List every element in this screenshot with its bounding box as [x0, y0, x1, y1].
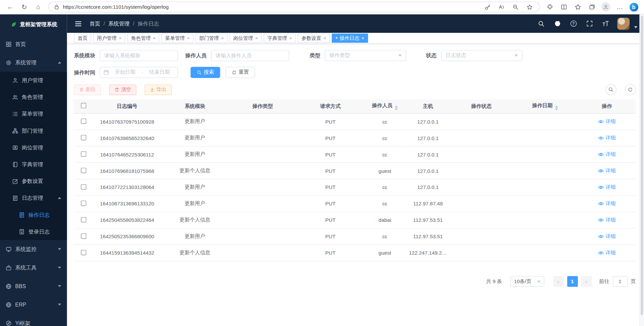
sidebar-item-user-management[interactable]: 用户管理 — [0, 72, 67, 88]
home-button[interactable]: ⌂ — [32, 1, 45, 13]
close-icon[interactable]: × — [255, 36, 258, 41]
copilot-button[interactable]: b — [628, 1, 640, 13]
row-checkbox[interactable] — [81, 200, 86, 206]
search-button[interactable]: 搜索 — [191, 67, 220, 78]
split-screen-button[interactable] — [558, 1, 570, 13]
clear-button[interactable]: 清空 — [109, 84, 137, 95]
row-checkbox[interactable] — [81, 168, 86, 173]
column-operator[interactable]: 操作人员 — [364, 99, 405, 113]
close-icon[interactable]: × — [361, 36, 364, 41]
close-icon[interactable]: × — [323, 36, 326, 41]
read-aloud-button[interactable] — [496, 1, 506, 13]
toggle-search-button[interactable] — [605, 84, 616, 95]
sidebar-item-log-management[interactable]: 日志管理 — [0, 190, 67, 206]
sidebar-item-menu-management[interactable]: 菜单管理 — [0, 106, 67, 122]
detail-link[interactable]: 详细 — [598, 168, 616, 175]
close-icon[interactable]: × — [221, 36, 224, 41]
password-button[interactable] — [483, 1, 492, 13]
detail-link[interactable]: 详细 — [598, 118, 616, 125]
profile-button[interactable] — [600, 1, 612, 13]
app-logo[interactable]: 意框架管理系统 — [0, 14, 67, 35]
sidebar-item-system-monitoring[interactable]: 系统监控 — [0, 240, 67, 258]
row-checkbox[interactable] — [81, 217, 86, 222]
prev-page-button[interactable]: ‹ — [553, 276, 564, 287]
favorites-button[interactable] — [572, 1, 584, 13]
refresh-button[interactable]: ↻ — [18, 1, 31, 13]
next-page-button[interactable]: › — [581, 276, 592, 287]
refresh-table-button[interactable] — [625, 84, 636, 95]
tab-operation-log[interactable]: ●操作日志× — [332, 34, 368, 43]
tab-user-management[interactable]: 用户管理× — [93, 34, 125, 43]
close-icon[interactable]: × — [119, 36, 122, 41]
page-scrollbar[interactable] — [640, 14, 644, 326]
tab-home[interactable]: 首页 — [74, 34, 91, 43]
page-size-select[interactable]: 10条/页 — [510, 276, 544, 287]
scrollbar-thumb[interactable] — [641, 16, 643, 315]
font-size-button[interactable] — [601, 19, 609, 27]
address-bar[interactable]: https://ccnetcore.com:1101/system/log/op… — [48, 2, 539, 12]
zoom-out-button[interactable] — [511, 1, 520, 13]
header-search-button[interactable] — [537, 19, 545, 27]
sidebar-item-bbs[interactable]: BBS — [0, 277, 67, 296]
page-number-button[interactable]: 1 — [567, 276, 578, 287]
tab-department-management[interactable]: 部门管理× — [196, 34, 228, 43]
breadcrumb-item-system[interactable]: 系统管理 — [108, 20, 130, 27]
type-select[interactable]: 操作类型 — [325, 50, 406, 61]
sidebar-item-parameter-settings[interactable]: 参数设置 — [0, 173, 67, 190]
tab-menu-management[interactable]: 菜单管理× — [161, 34, 194, 43]
row-checkbox[interactable] — [81, 118, 86, 124]
module-input[interactable] — [100, 50, 178, 61]
date-range-picker[interactable]: 开始日期 - 结束日期 — [100, 67, 178, 78]
sidebar-item-yi-framework[interactable]: Yi框架 — [0, 314, 67, 326]
detail-link[interactable]: 详细 — [598, 135, 616, 142]
sort-caret-icon[interactable] — [394, 106, 398, 111]
sidebar-item-system-tools[interactable]: 系统工具 — [0, 258, 67, 277]
back-button[interactable]: ← — [4, 1, 16, 13]
row-checkbox[interactable] — [81, 151, 86, 156]
row-checkbox[interactable] — [81, 250, 86, 255]
sidebar-item-post-management[interactable]: 岗位管理 — [0, 139, 67, 156]
close-icon[interactable]: × — [187, 36, 190, 41]
user-avatar[interactable] — [617, 17, 630, 30]
more-menu-button[interactable]: … — [613, 1, 626, 13]
row-checkbox[interactable] — [81, 184, 86, 189]
sidebar-item-department-management[interactable]: 部门管理 — [0, 122, 67, 139]
tab-post-management[interactable]: 岗位管理× — [230, 34, 262, 43]
sidebar-item-role-management[interactable]: 角色管理 — [0, 88, 67, 105]
fullscreen-button[interactable] — [585, 19, 593, 27]
collections-button[interactable] — [586, 1, 598, 13]
goto-page-input[interactable] — [612, 276, 627, 287]
sidebar-item-dict-management[interactable]: 字典管理 — [0, 156, 67, 173]
column-date[interactable]: 操作日期 — [512, 99, 578, 113]
add-favorite-button[interactable] — [525, 1, 534, 13]
help-button[interactable]: ? — [569, 19, 577, 27]
detail-link[interactable]: 详细 — [598, 184, 616, 191]
extensions-button[interactable] — [544, 1, 556, 13]
sidebar-item-home[interactable]: 首页 — [0, 35, 67, 53]
detail-link[interactable]: 详细 — [598, 217, 616, 224]
tab-role-management[interactable]: 角色管理× — [127, 34, 160, 43]
detail-link[interactable]: 详细 — [598, 200, 616, 207]
sidebar-item-operation-log[interactable]: 操作日志 — [0, 206, 67, 223]
sidebar-item-system-management[interactable]: 系统管理 — [0, 53, 67, 72]
detail-link[interactable]: 详细 — [598, 249, 616, 256]
breadcrumb-item-home[interactable]: 首页 — [90, 20, 100, 27]
delete-button[interactable]: 删除 — [74, 84, 101, 95]
sort-caret-icon[interactable] — [555, 106, 558, 111]
tab-parameter-settings[interactable]: 参数设置× — [298, 34, 330, 43]
reset-button[interactable]: 重置 — [225, 67, 255, 78]
detail-link[interactable]: 详细 — [598, 233, 616, 240]
row-checkbox[interactable] — [81, 135, 86, 140]
row-checkbox[interactable] — [81, 233, 86, 239]
select-all-checkbox[interactable] — [81, 103, 86, 108]
operator-input[interactable] — [211, 50, 289, 61]
status-select[interactable]: 日志状态 — [441, 50, 522, 61]
export-button[interactable]: 导出 — [145, 84, 172, 95]
sidebar-toggle[interactable] — [73, 19, 83, 27]
close-icon[interactable]: × — [289, 36, 292, 41]
github-button[interactable] — [553, 19, 561, 27]
detail-link[interactable]: 详细 — [598, 151, 616, 158]
tab-dict-management[interactable]: 字典管理× — [264, 34, 296, 43]
sidebar-item-erp[interactable]: ERP — [0, 296, 67, 314]
close-icon[interactable]: × — [153, 36, 156, 41]
